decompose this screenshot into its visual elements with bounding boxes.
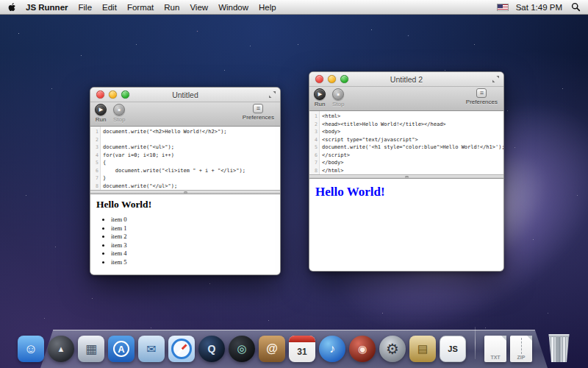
dock-item-archive-utility[interactable]: ▤	[409, 336, 436, 362]
run-stop-group: ▶ Run ■ Stop	[95, 104, 125, 123]
output-list: item 0item 1item 2item 3item 4item 5	[111, 216, 274, 266]
code-lines[interactable]: <html><head><title>Hello World!</title><…	[320, 111, 503, 174]
zoom-button[interactable]	[340, 75, 348, 83]
dock-item-mission-control[interactable]: ▦	[78, 336, 104, 362]
fullscreen-icon[interactable]	[492, 76, 499, 82]
close-button[interactable]	[96, 91, 104, 99]
run-icon: ▶	[314, 88, 326, 100]
minimize-button[interactable]	[109, 91, 117, 99]
dock-item-js-runner[interactable]: JS	[440, 336, 466, 362]
zoom-button[interactable]	[121, 91, 129, 99]
code-editor[interactable]: 12345678 document.write("<h2>Hello World…	[90, 127, 280, 190]
preferences-button[interactable]: ≡ Preferences	[466, 88, 498, 105]
run-icon: ▶	[95, 104, 107, 116]
dock-item-photo-booth[interactable]: ◉	[349, 336, 376, 362]
run-button[interactable]: ▶ Run	[314, 88, 326, 107]
preferences-button[interactable]: ≡ Preferences	[243, 104, 274, 121]
preferences-label: Preferences	[466, 99, 498, 105]
keyboard-layout-flag-icon[interactable]	[497, 4, 509, 11]
splitter-dimple	[405, 176, 409, 178]
menu-edit[interactable]: Edit	[102, 3, 117, 12]
mail-icon: ✉	[146, 342, 156, 356]
dock-item-launchpad[interactable]: ▲	[48, 336, 74, 362]
code-line: <html>	[322, 113, 503, 121]
minimize-button[interactable]	[328, 75, 336, 83]
code-line: <body>	[322, 128, 503, 136]
spotlight-icon[interactable]	[571, 2, 581, 12]
dock-item-txt-file[interactable]: TXT	[484, 336, 506, 362]
preferences-label: Preferences	[243, 114, 274, 121]
dock-item-mail[interactable]: ✉	[138, 336, 165, 362]
desktop: JS Runner FileEditFormatRunViewWindowHel…	[0, 0, 588, 368]
dock-item-itunes[interactable]: ♪	[319, 336, 345, 362]
code-line: <head><title>Hello World!</title></head>	[322, 121, 503, 129]
line-number: 8	[309, 167, 318, 175]
window-untitled-2[interactable]: Untitled 2 ▶ Run ■ Stop ≡ Preferences	[309, 71, 504, 272]
dock-item-safari[interactable]	[168, 336, 195, 362]
menu-clock[interactable]: Sat 1:49 PM	[516, 3, 562, 12]
dock: ☺▲▦A✉Q◎@31♪◉⚙▤JSTXTZIP	[0, 319, 588, 368]
launchpad-icon: ▲	[57, 344, 65, 353]
menu-file[interactable]: File	[79, 3, 93, 12]
menu-window[interactable]: Window	[218, 3, 248, 12]
title-bar[interactable]: Untitled 2	[309, 72, 503, 87]
line-number: 7	[90, 174, 98, 183]
dock-item-finder[interactable]: ☺	[18, 336, 44, 362]
code-line: </script>	[322, 152, 503, 160]
apple-menu-icon[interactable]	[7, 2, 17, 13]
line-number: 3	[90, 144, 98, 152]
dock-items: ☺▲▦A✉Q◎@31♪◉⚙▤JSTXTZIP	[18, 327, 570, 368]
line-number: 8	[90, 183, 98, 191]
menu-help[interactable]: Help	[259, 3, 276, 12]
dock-item-ical[interactable]: 31	[289, 336, 315, 362]
run-button[interactable]: ▶ Run	[95, 104, 107, 123]
code-line: document.write("</ul>");	[103, 183, 280, 191]
archive-utility-icon: ▤	[417, 342, 428, 355]
line-number: 5	[309, 144, 318, 152]
line-number: 6	[90, 167, 98, 175]
stop-button[interactable]: ■ Stop	[332, 88, 344, 107]
app-store-icon: A	[113, 341, 129, 357]
code-editor[interactable]: 12345678 <html><head><title>Hello World!…	[309, 111, 503, 174]
code-line: for(var i=0; i<10; i++)	[103, 152, 280, 160]
code-line: document.write('<h1 style="color:blue">H…	[322, 144, 503, 152]
dock-item-quicktime[interactable]: Q	[198, 336, 225, 362]
output-heading: Hello World!	[96, 199, 274, 210]
dock-item-address-book[interactable]: @	[259, 336, 285, 362]
fullscreen-icon[interactable]	[269, 91, 276, 98]
line-number: 2	[90, 136, 98, 144]
dock-item-trash[interactable]	[548, 334, 570, 362]
close-button[interactable]	[315, 75, 323, 83]
line-number: 7	[309, 159, 318, 167]
menu-format[interactable]: Format	[127, 3, 154, 12]
window-controls	[96, 88, 129, 102]
line-number: 4	[309, 136, 318, 144]
menu-run[interactable]: Run	[164, 3, 179, 12]
output-list-item: item 4	[111, 250, 274, 258]
code-lines[interactable]: document.write("<h2>Hello World!</h2>");…	[101, 127, 280, 190]
run-label: Run	[96, 116, 107, 123]
output-list-item: item 1	[111, 224, 274, 233]
window-controls	[315, 72, 348, 86]
output-pane: Hello World! item 0item 1item 2item 3ite…	[90, 194, 280, 275]
dock-item-app-store[interactable]: A	[108, 336, 135, 362]
app-menu-title[interactable]: JS Runner	[26, 3, 68, 12]
zip-file-icon: ZIP	[517, 355, 526, 360]
txt-file-icon: TXT	[490, 355, 500, 360]
address-book-icon: @	[266, 342, 278, 355]
dock-item-dashboard[interactable]: ◎	[229, 336, 255, 362]
dock-item-zip-file[interactable]: ZIP	[510, 336, 532, 362]
stop-icon: ■	[113, 104, 125, 116]
toolbar: ▶ Run ■ Stop ≡ Preferences	[309, 87, 503, 111]
dock-item-system-preferences[interactable]: ⚙	[379, 336, 406, 362]
line-numbers: 12345678	[309, 111, 320, 174]
code-line: }	[103, 174, 280, 183]
output-list-item: item 2	[111, 233, 274, 241]
window-untitled[interactable]: Untitled ▶ Run ■ Stop ≡ Preferences	[90, 87, 281, 275]
stop-label: Stop	[332, 101, 344, 107]
stop-button[interactable]: ■ Stop	[113, 104, 125, 123]
run-stop-group: ▶ Run ■ Stop	[314, 88, 344, 107]
menu-view[interactable]: View	[190, 3, 208, 12]
title-bar[interactable]: Untitled	[90, 88, 280, 102]
stop-label: Stop	[113, 116, 125, 123]
